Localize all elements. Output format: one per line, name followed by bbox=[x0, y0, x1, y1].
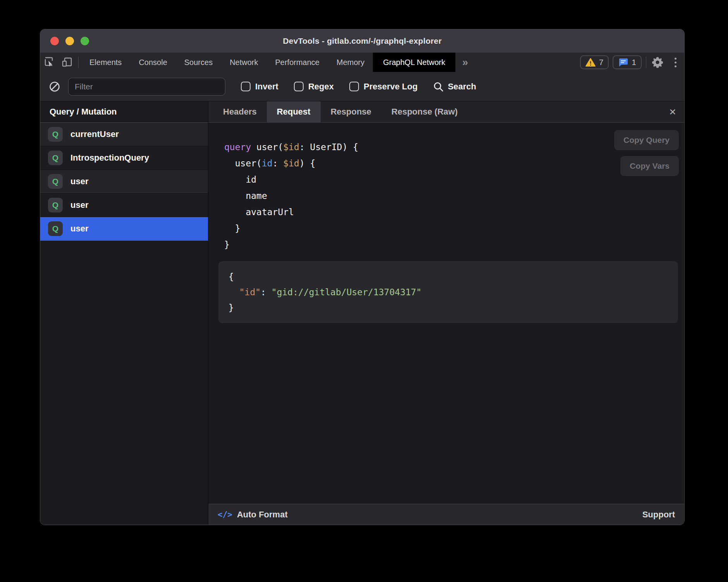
query-list-panel: Query / Mutation Q currentUser Q Introsp… bbox=[40, 101, 208, 525]
request-tabs-spacer bbox=[468, 101, 661, 122]
main-area: Query / Mutation Q currentUser Q Introsp… bbox=[40, 101, 684, 525]
tab-network[interactable]: Network bbox=[221, 53, 266, 72]
preserve-log-label: Preserve Log bbox=[364, 82, 417, 92]
query-list-item-introspectionquery[interactable]: Q IntrospectionQuery bbox=[40, 146, 208, 170]
traffic-lights bbox=[50, 29, 89, 53]
query-type-icon: Q bbox=[48, 174, 63, 189]
query-type-icon: Q bbox=[48, 151, 63, 165]
status-bar: </> Auto Format Support bbox=[208, 504, 684, 525]
query-list-item-currentuser[interactable]: Q currentUser bbox=[40, 123, 208, 146]
devtools-toolbar: Elements Console Sources Network Perform… bbox=[40, 53, 684, 72]
invert-checkbox[interactable] bbox=[241, 82, 251, 91]
inspect-element-button[interactable] bbox=[40, 53, 58, 72]
query-name: user bbox=[70, 200, 88, 210]
query-list-item-user-1[interactable]: Q user bbox=[40, 170, 208, 193]
chat-bubble-icon bbox=[618, 58, 628, 67]
query-list-item-user-2[interactable]: Q user bbox=[40, 193, 208, 217]
close-detail-button[interactable]: × bbox=[661, 101, 684, 122]
variables-box: { "id": "gid://gitlab/User/13704317" } bbox=[218, 261, 678, 323]
regex-label: Regex bbox=[308, 82, 334, 92]
search-icon bbox=[433, 81, 444, 92]
tab-request[interactable]: Request bbox=[267, 101, 321, 122]
tab-memory[interactable]: Memory bbox=[328, 53, 373, 72]
query-name: IntrospectionQuery bbox=[70, 153, 149, 163]
more-options-button[interactable] bbox=[666, 53, 684, 72]
query-type-icon: Q bbox=[48, 127, 63, 142]
query-name: currentUser bbox=[70, 129, 119, 139]
support-link[interactable]: Support bbox=[642, 510, 675, 520]
search-label: Search bbox=[448, 82, 476, 92]
toolbar-spacer bbox=[475, 53, 578, 72]
screen: DevTools - gitlab.com/-/graphql-explorer… bbox=[0, 0, 728, 582]
devtools-window: DevTools - gitlab.com/-/graphql-explorer… bbox=[40, 29, 685, 525]
request-tabs: Headers Request Response Response (Raw) … bbox=[208, 101, 684, 123]
query-name: user bbox=[70, 224, 88, 234]
query-type-icon: Q bbox=[48, 198, 63, 212]
window-title: DevTools - gitlab.com/-/graphql-explorer bbox=[283, 36, 441, 46]
filter-input[interactable] bbox=[68, 78, 225, 96]
close-icon: × bbox=[669, 105, 676, 118]
toolbar-divider bbox=[78, 56, 79, 68]
tab-sources[interactable]: Sources bbox=[176, 53, 221, 72]
device-toolbar-icon bbox=[61, 56, 73, 68]
code-brackets-icon: </> bbox=[218, 510, 232, 519]
block-icon bbox=[49, 81, 60, 92]
zoom-window-button[interactable] bbox=[81, 37, 89, 45]
regex-checkbox[interactable] bbox=[294, 82, 304, 91]
graphql-variables-code: { "id": "gid://gitlab/User/13704317" } bbox=[228, 269, 668, 315]
search-button[interactable]: Search bbox=[433, 81, 476, 92]
preserve-log-checkbox-group[interactable]: Preserve Log bbox=[349, 82, 417, 92]
query-list-header: Query / Mutation bbox=[40, 101, 208, 123]
filter-bar: Invert Regex Preserve Log Search bbox=[40, 72, 684, 101]
tab-headers[interactable]: Headers bbox=[213, 101, 267, 122]
minimize-window-button[interactable] bbox=[65, 37, 74, 45]
tab-elements[interactable]: Elements bbox=[81, 53, 130, 72]
gear-icon bbox=[652, 56, 663, 68]
close-window-button[interactable] bbox=[50, 37, 59, 45]
query-name: user bbox=[70, 176, 88, 187]
toggle-device-toolbar-button[interactable] bbox=[58, 53, 76, 72]
tab-console[interactable]: Console bbox=[130, 53, 175, 72]
clear-filter-button[interactable] bbox=[46, 81, 64, 92]
toolbar-divider-right bbox=[646, 56, 646, 68]
request-content: query user($id: UserID) { user(id: $id) … bbox=[208, 123, 684, 504]
title-bar: DevTools - gitlab.com/-/graphql-explorer bbox=[40, 29, 684, 53]
auto-format-label: Auto Format bbox=[237, 510, 288, 520]
messages-badge[interactable]: 1 bbox=[613, 55, 642, 69]
warning-icon bbox=[585, 58, 596, 67]
request-detail-panel: Headers Request Response Response (Raw) … bbox=[208, 101, 684, 525]
invert-label: Invert bbox=[255, 82, 278, 92]
invert-checkbox-group[interactable]: Invert bbox=[241, 82, 278, 92]
tab-graphql-network[interactable]: GraphQL Network bbox=[373, 53, 455, 72]
message-count: 1 bbox=[632, 58, 636, 67]
query-type-icon: Q bbox=[48, 221, 63, 236]
regex-checkbox-group[interactable]: Regex bbox=[294, 82, 334, 92]
copy-buttons: Copy Query Copy Vars bbox=[614, 130, 679, 176]
more-tabs-button[interactable]: » bbox=[455, 53, 475, 72]
kebab-icon bbox=[675, 58, 676, 60]
tab-response-raw[interactable]: Response (Raw) bbox=[381, 101, 468, 122]
copy-vars-button[interactable]: Copy Vars bbox=[620, 156, 679, 176]
query-list-item-user-selected[interactable]: Q user bbox=[40, 217, 208, 241]
copy-query-button[interactable]: Copy Query bbox=[614, 130, 679, 150]
auto-format-button[interactable]: </> Auto Format bbox=[218, 510, 288, 520]
preserve-log-checkbox[interactable] bbox=[349, 82, 359, 91]
tab-performance[interactable]: Performance bbox=[267, 53, 328, 72]
settings-button[interactable] bbox=[649, 53, 666, 72]
tab-response[interactable]: Response bbox=[321, 101, 381, 122]
warning-count: 7 bbox=[599, 58, 604, 67]
inspect-cursor-icon bbox=[43, 56, 55, 68]
issues-warning-badge[interactable]: 7 bbox=[580, 55, 609, 69]
